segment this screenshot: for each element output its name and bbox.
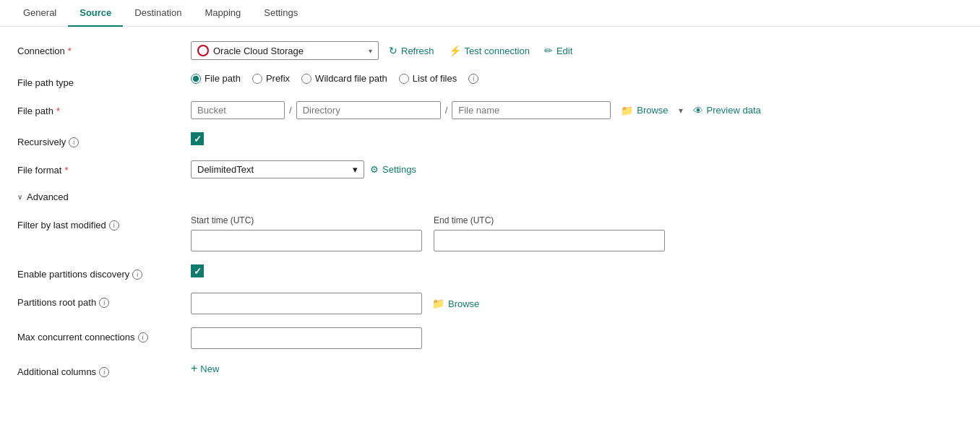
preview-data-button[interactable]: 👁 Preview data	[689, 102, 765, 119]
start-time-input[interactable]	[191, 230, 422, 251]
partitions-root-info-icon[interactable]: i	[99, 298, 109, 308]
file-path-type-label: File path type	[17, 73, 191, 88]
tab-mapping[interactable]: Mapping	[193, 0, 252, 27]
connection-label: Connection *	[17, 41, 191, 56]
refresh-icon: ↻	[389, 45, 397, 56]
recursively-row: Recursively i ✓	[17, 132, 778, 147]
connection-row: Connection * Oracle Cloud Storage ▾ ↻ Re…	[17, 41, 778, 60]
max-connections-input[interactable]	[191, 327, 422, 349]
browse-button[interactable]: 📁 Browse	[616, 102, 672, 119]
separator-2: /	[444, 105, 450, 116]
file-path-type-info-icon[interactable]: i	[468, 74, 478, 84]
file-format-row: File format * DelimitedText ▾ ⚙ Settings	[17, 160, 778, 178]
partitions-root-path-row: Partitions root path i 📁 Browse	[17, 293, 778, 314]
start-time-group: Start time (UTC)	[191, 215, 422, 251]
filter-info-icon[interactable]: i	[109, 220, 119, 231]
file-path-type-group: File path Prefix Wildcard file path List…	[191, 73, 478, 84]
additional-columns-controls: + New	[191, 362, 219, 375]
end-time-label: End time (UTC)	[434, 215, 665, 225]
file-path-type-row: File path type File path Prefix Wildcard…	[17, 73, 778, 88]
plus-icon: +	[191, 362, 197, 375]
new-column-button[interactable]: + New	[191, 362, 219, 375]
directory-input[interactable]	[296, 101, 441, 119]
file-format-controls: DelimitedText ▾ ⚙ Settings	[191, 160, 416, 178]
radio-filepath[interactable]: File path	[191, 73, 241, 84]
test-connection-icon: ⚡	[449, 45, 461, 56]
end-time-group: End time (UTC)	[434, 215, 665, 251]
file-format-label: File format *	[17, 160, 191, 176]
filter-controls: Start time (UTC) End time (UTC)	[191, 215, 665, 251]
recursively-label: Recursively i	[17, 132, 191, 147]
max-connections-label: Max concurrent connections i	[17, 327, 191, 343]
format-chevron-icon: ▾	[353, 164, 358, 175]
partitions-browse-icon: 📁	[432, 298, 444, 309]
browse-icon: 📁	[621, 105, 633, 116]
partitions-root-path-label: Partitions root path i	[17, 293, 191, 308]
tab-general[interactable]: General	[12, 0, 68, 27]
tab-source[interactable]: Source	[68, 0, 123, 27]
file-format-dropdown[interactable]: DelimitedText ▾	[191, 160, 364, 178]
dropdown-more-icon[interactable]: ▾	[679, 105, 683, 116]
bucket-input[interactable]	[191, 101, 285, 119]
connection-dropdown[interactable]: Oracle Cloud Storage ▾	[191, 41, 379, 60]
filter-last-modified-label: Filter by last modified i	[17, 215, 191, 231]
enable-partitions-checkbox[interactable]: ✓	[191, 264, 204, 277]
separator-1: /	[288, 105, 293, 116]
test-connection-button[interactable]: ⚡ Test connection	[444, 42, 534, 59]
file-path-label: File path *	[17, 101, 191, 116]
enable-partitions-controls: ✓	[191, 264, 204, 277]
file-path-controls: / / 📁 Browse ▾ 👁 Preview data	[191, 101, 765, 119]
max-connections-info-icon[interactable]: i	[138, 332, 148, 343]
partitions-root-path-controls: 📁 Browse	[191, 293, 483, 314]
filename-input[interactable]	[452, 101, 611, 119]
tab-settings[interactable]: Settings	[252, 0, 309, 27]
preview-icon: 👁	[693, 105, 703, 116]
filter-last-modified-row: Filter by last modified i Start time (UT…	[17, 215, 778, 251]
enable-partitions-row: Enable partitions discovery i ✓	[17, 264, 778, 280]
connection-type-icon	[197, 45, 209, 56]
format-settings-icon: ⚙	[370, 164, 379, 175]
partitions-browse-button[interactable]: 📁 Browse	[428, 295, 483, 312]
partitions-info-icon[interactable]: i	[132, 270, 142, 280]
tab-destination[interactable]: Destination	[123, 0, 193, 27]
advanced-chevron-icon: ∨	[17, 193, 22, 201]
partitions-root-path-input[interactable]	[191, 293, 422, 314]
radio-wildcard[interactable]: Wildcard file path	[301, 73, 387, 84]
recursively-checkbox[interactable]: ✓	[191, 132, 204, 145]
recursively-controls: ✓	[191, 132, 204, 145]
max-connections-controls	[191, 327, 422, 349]
additional-columns-row: Additional columns i + New	[17, 362, 778, 377]
additional-columns-label: Additional columns i	[17, 362, 191, 377]
edit-icon: ✏	[544, 45, 553, 56]
radio-listfiles[interactable]: List of files	[399, 73, 457, 84]
advanced-toggle[interactable]: ∨ Advanced	[17, 191, 778, 202]
connection-controls: Oracle Cloud Storage ▾ ↻ Refresh ⚡ Test …	[191, 41, 577, 60]
recursively-info-icon[interactable]: i	[69, 137, 79, 147]
filepath-group: / /	[191, 101, 611, 119]
start-time-label: Start time (UTC)	[191, 215, 422, 225]
format-settings-button[interactable]: ⚙ Settings	[370, 164, 416, 175]
refresh-button[interactable]: ↻ Refresh	[384, 42, 439, 59]
edit-button[interactable]: ✏ Edit	[540, 42, 577, 59]
end-time-input[interactable]	[434, 230, 665, 251]
max-connections-row: Max concurrent connections i	[17, 327, 778, 349]
connection-value: Oracle Cloud Storage	[213, 46, 369, 56]
tab-bar: General Source Destination Mapping Setti…	[0, 0, 980, 27]
enable-partitions-label: Enable partitions discovery i	[17, 264, 191, 280]
file-format-value: DelimitedText	[197, 164, 353, 175]
radio-prefix[interactable]: Prefix	[252, 73, 290, 84]
additional-columns-info-icon[interactable]: i	[99, 367, 109, 377]
file-path-row: File path * / / 📁 Browse ▾ 👁 Preview dat…	[17, 101, 778, 119]
form-content: Connection * Oracle Cloud Storage ▾ ↻ Re…	[0, 27, 795, 405]
dropdown-chevron-icon: ▾	[369, 47, 372, 55]
